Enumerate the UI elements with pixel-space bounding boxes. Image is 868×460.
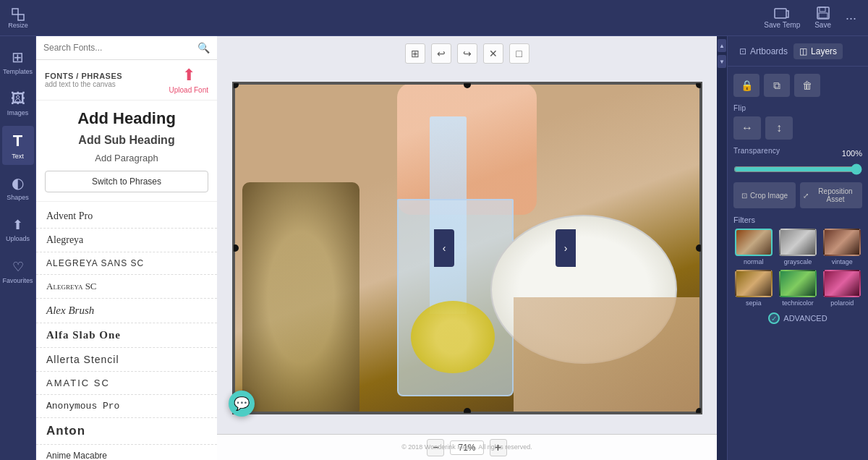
- upload-label: Upload Font: [169, 86, 208, 94]
- reposition-icon: ⤢: [803, 192, 809, 200]
- font-item-alegreya-sans-sc[interactable]: Alegreya Sans SC: [36, 252, 217, 275]
- sidebar-item-shapes[interactable]: ◐ Shapes: [2, 168, 34, 207]
- templates-icon: ⊞: [12, 48, 24, 66]
- advanced-section[interactable]: ✓ ADVANCED: [733, 312, 862, 324]
- font-item-alex-brush[interactable]: Alex Brush: [36, 299, 217, 323]
- close-button[interactable]: ✕: [483, 43, 503, 64]
- font-item-alfa-slab-one[interactable]: Alfa Slab One: [36, 323, 217, 348]
- scroll-down-button[interactable]: ▼: [718, 55, 726, 68]
- resize-handle-button[interactable]: □: [509, 43, 529, 64]
- layers-tab[interactable]: ◫ Layers: [793, 43, 843, 59]
- grid-tool-button[interactable]: ⊞: [405, 43, 425, 64]
- sidebar-item-text[interactable]: T Text: [2, 126, 34, 165]
- canvas-prev-button[interactable]: ‹: [434, 229, 454, 267]
- svg-rect-2: [775, 9, 786, 18]
- filter-polaroid-label: polaroid: [830, 299, 854, 307]
- scroll-up-button[interactable]: ▲: [718, 39, 726, 52]
- search-input[interactable]: [43, 43, 193, 53]
- undo-button[interactable]: ↩: [431, 43, 451, 64]
- filter-sepia[interactable]: sepia: [733, 270, 773, 307]
- filter-polaroid[interactable]: polaroid: [822, 270, 862, 307]
- handle-top-left[interactable]: [232, 82, 239, 88]
- filter-normal[interactable]: normal: [733, 229, 773, 265]
- upload-font-button[interactable]: ⬆ Upload Font: [169, 66, 208, 94]
- shapes-label: Shapes: [7, 194, 29, 201]
- more-options-button[interactable]: ···: [846, 12, 856, 25]
- text-options: Add Heading Add Sub Heading Add Paragrap…: [36, 101, 217, 202]
- font-list: Advent Pro Alegreya Alegreya Sans SC Ale…: [36, 202, 217, 460]
- text-label: Text: [12, 153, 24, 160]
- add-paragraph-button[interactable]: Add Paragraph: [45, 153, 208, 163]
- sidebar-item-images[interactable]: 🖼 Images: [2, 84, 34, 123]
- add-heading-button[interactable]: Add Heading: [45, 109, 208, 128]
- upload-icon: ⬆: [182, 66, 195, 85]
- flip-vertical-button[interactable]: ↕: [765, 116, 793, 140]
- font-panel: 🔍 FONTS / PHRASES add text to the canvas…: [36, 36, 217, 460]
- search-bar: 🔍: [36, 36, 217, 60]
- crop-image-button[interactable]: ⊡ Crop Image: [733, 182, 796, 208]
- flip-horizontal-button[interactable]: ↔: [733, 116, 761, 140]
- reposition-label: Reposition Asset: [812, 187, 859, 203]
- filter-vintage-thumb: [823, 229, 861, 256]
- images-label: Images: [7, 109, 29, 116]
- zoom-level[interactable]: 71%: [450, 440, 483, 455]
- resize-section[interactable]: Resize: [0, 0, 36, 36]
- zoom-out-button[interactable]: −: [427, 439, 444, 456]
- chat-button[interactable]: 💬: [229, 391, 255, 417]
- font-item-anime-macabre[interactable]: Anime Macabre: [36, 445, 217, 460]
- svg-rect-1: [18, 14, 24, 20]
- filter-vintage[interactable]: vintage: [822, 229, 862, 265]
- font-item-alegreya[interactable]: Alegreya: [36, 229, 217, 252]
- handle-bottom-mid[interactable]: [464, 408, 471, 414]
- font-item-alegreya-sc[interactable]: Alegreya SC: [36, 275, 217, 299]
- filter-grayscale[interactable]: grayscale: [778, 229, 817, 265]
- font-item-allerta-stencil[interactable]: Allerta Stencil: [36, 348, 217, 372]
- left-sidebar: ⊞ Templates 🖼 Images T Text ◐ Shapes ⬆ U…: [0, 36, 36, 460]
- canvas-image[interactable]: ↻: [232, 82, 702, 414]
- copy-button[interactable]: ⧉: [764, 74, 790, 97]
- flip-row: ↔ ↕: [733, 116, 862, 140]
- font-item-anonymous-pro[interactable]: Anonymous Pro: [36, 395, 217, 418]
- svg-rect-4: [820, 7, 825, 12]
- artboards-label: Artboards: [750, 46, 788, 56]
- filter-technicolor[interactable]: technicolor: [778, 270, 817, 307]
- transparency-slider[interactable]: [733, 163, 862, 175]
- handle-mid-left[interactable]: [232, 244, 239, 252]
- font-item-amatic-sc[interactable]: Amatic SC: [36, 372, 217, 395]
- zoom-in-button[interactable]: +: [490, 439, 507, 456]
- transparency-row: Transparency 100%: [733, 147, 862, 159]
- handle-bottom-right[interactable]: [696, 408, 702, 414]
- resize-label: Resize: [8, 22, 28, 29]
- filter-normal-thumb: [735, 229, 773, 256]
- layers-icon: ◫: [799, 46, 807, 56]
- shapes-icon: ◐: [12, 174, 24, 192]
- save-temp-button[interactable]: Save Temp: [764, 7, 800, 29]
- fonts-header: FONTS / PHRASES add text to the canvas ⬆…: [36, 60, 217, 101]
- font-item-anton[interactable]: Anton: [36, 418, 217, 445]
- templates-label: Templates: [3, 68, 33, 75]
- search-icon: 🔍: [197, 42, 210, 54]
- fonts-title: FONTS / PHRASES: [45, 72, 122, 80]
- sidebar-item-templates[interactable]: ⊞ Templates: [2, 42, 34, 81]
- redo-button[interactable]: ↪: [457, 43, 477, 64]
- add-subheading-button[interactable]: Add Sub Heading: [45, 134, 208, 147]
- canvas-bottom-bar: − 71% + © 2018 Wonderink Media. All righ…: [217, 434, 717, 460]
- handle-top-mid[interactable]: [464, 82, 471, 88]
- save-button[interactable]: Save: [814, 7, 831, 29]
- handle-mid-right[interactable]: [696, 244, 702, 252]
- sidebar-item-favourites[interactable]: ♡ Favourites: [2, 252, 34, 291]
- reposition-button[interactable]: ⤢ Reposition Asset: [800, 182, 862, 208]
- canvas-next-button[interactable]: ›: [556, 229, 576, 267]
- handle-top-right[interactable]: [696, 82, 702, 88]
- more-icon: ···: [846, 12, 856, 25]
- filter-normal-label: normal: [744, 258, 764, 265]
- sidebar-item-uploads[interactable]: ⬆ Uploads: [2, 210, 34, 249]
- lock-button[interactable]: 🔒: [733, 74, 760, 97]
- artboards-tab[interactable]: ⊡ Artboards: [733, 43, 793, 59]
- delete-button[interactable]: 🗑: [794, 74, 820, 97]
- favourites-label: Favourites: [2, 277, 33, 284]
- font-item-advent-pro[interactable]: Advent Pro: [36, 205, 217, 229]
- switch-phrases-button[interactable]: Switch to Phrases: [45, 171, 208, 192]
- canvas-area: ⊞ ↩ ↪ ✕ □ ‹ ›: [217, 36, 717, 460]
- filter-polaroid-thumb: [823, 270, 861, 297]
